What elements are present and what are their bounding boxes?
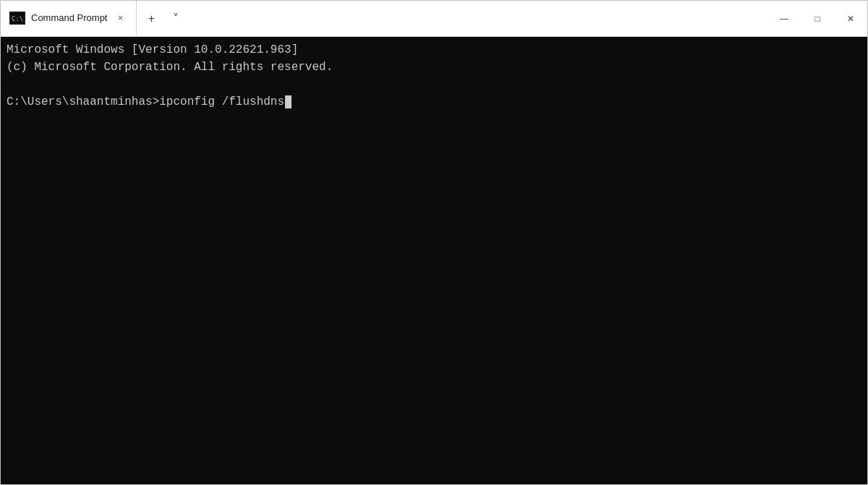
tab-title: Command Prompt xyxy=(31,12,107,23)
svg-text:C:\: C:\ xyxy=(12,15,23,22)
new-tab-button[interactable]: + xyxy=(140,7,163,30)
terminal-line-3 xyxy=(7,76,861,93)
active-tab[interactable]: C:\ Command Prompt × xyxy=(1,1,137,36)
tab-controls: + ˅ xyxy=(137,1,190,36)
cursor xyxy=(285,95,292,108)
tab-close-button[interactable]: × xyxy=(113,11,127,25)
tab-area: C:\ Command Prompt × + ˅ xyxy=(1,1,767,36)
titlebar: C:\ Command Prompt × + ˅ — □ ✕ xyxy=(1,1,867,37)
minimize-button[interactable]: — xyxy=(767,1,801,37)
terminal-body[interactable]: Microsoft Windows [Version 10.0.22621.96… xyxy=(1,37,867,484)
maximize-button[interactable]: □ xyxy=(801,1,834,37)
cmd-window: C:\ Command Prompt × + ˅ — □ ✕ Microsoft… xyxy=(0,0,868,485)
cmd-icon: C:\ xyxy=(9,12,25,25)
terminal-line-2: (c) Microsoft Corporation. All rights re… xyxy=(7,59,861,76)
prompt-text: C:\Users\shaantminhas>ipconfig /flushdns xyxy=(7,93,284,111)
tab-dropdown-button[interactable]: ˅ xyxy=(164,7,187,30)
terminal-prompt: C:\Users\shaantminhas>ipconfig /flushdns xyxy=(7,93,861,111)
terminal-line-1: Microsoft Windows [Version 10.0.22621.96… xyxy=(7,41,861,59)
close-button[interactable]: ✕ xyxy=(834,1,867,37)
window-controls: — □ ✕ xyxy=(767,1,867,37)
